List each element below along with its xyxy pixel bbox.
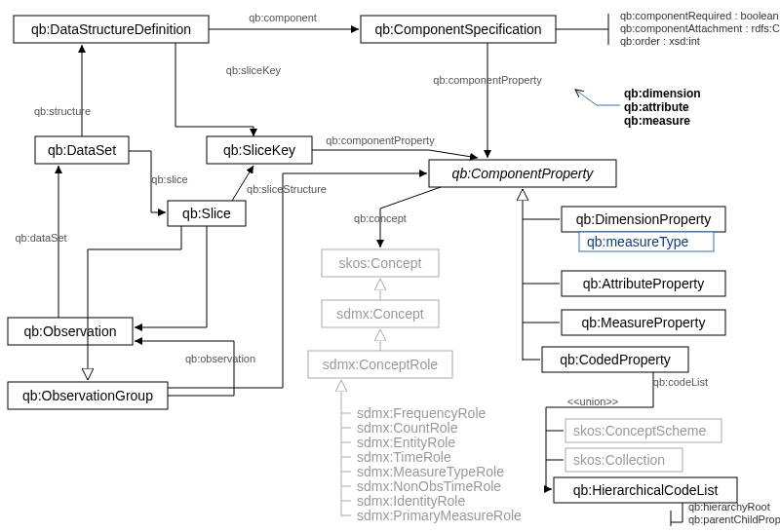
edge-dataset-label: qb:dataSet xyxy=(15,232,66,244)
class-measprop-label: qb:MeasureProperty xyxy=(582,315,706,330)
edge-compprop-1-label: qb:componentProperty xyxy=(433,74,542,86)
class-slice-label: qb:Slice xyxy=(182,206,231,221)
class-obsgroup-label: qb:ObservationGroup xyxy=(22,388,153,403)
class-skos-collection-label: skos:Collection xyxy=(573,452,665,468)
class-observation-label: qb:Observation xyxy=(24,323,117,339)
annotation-pointer xyxy=(575,90,620,105)
class-skos-conceptscheme-label: skos:ConceptScheme xyxy=(573,423,706,438)
class-compprop-label: qb:ComponentProperty xyxy=(452,166,595,181)
edge-structure-label: qb:structure xyxy=(34,105,91,117)
svg-text:sdmx:NonObsTimeRole: sdmx:NonObsTimeRole xyxy=(357,478,501,494)
edge-slice-label: qb:slice xyxy=(151,173,187,185)
annot-attribute: qb:attribute xyxy=(624,100,689,114)
class-sdmx-concept-label: sdmx:Concept xyxy=(336,306,424,322)
class-attrprop-label: qb:AttributeProperty xyxy=(583,276,705,291)
svg-text:sdmx:IdentityRole: sdmx:IdentityRole xyxy=(357,493,465,509)
edge-slicestructure-label: qb:sliceStructure xyxy=(247,183,327,195)
edge-component-label: qb:component xyxy=(249,12,317,23)
annot-dimension: qb:dimension xyxy=(624,87,701,100)
class-comp-spec-label: qb:ComponentSpecification xyxy=(374,21,541,37)
class-hcl-label: qb:HierarchicalCodeList xyxy=(573,482,719,498)
edge-slicekey-label: qb:sliceKey xyxy=(226,64,282,76)
class-skos-concept-label: skos:Concept xyxy=(339,255,422,271)
edge-observation-label: qb:observation xyxy=(185,353,255,364)
class-codedprop-label: qb:CodedProperty xyxy=(560,352,671,367)
class-slicekey-label: qb:SliceKey xyxy=(223,142,295,158)
class-dataset-label: qb:DataSet xyxy=(48,142,116,158)
svg-text:sdmx:TimeRole: sdmx:TimeRole xyxy=(357,449,451,465)
attr-comp-required: qb:componentRequired : boolean xyxy=(620,10,779,21)
svg-text:sdmx:FrequencyRole: sdmx:FrequencyRole xyxy=(357,405,486,421)
annot-measure: qb:measure xyxy=(624,114,690,128)
edge-compprop-2-label: qb:componentProperty xyxy=(326,134,435,146)
svg-text:sdmx:EntityRole: sdmx:EntityRole xyxy=(357,435,455,450)
attr-order: qb:order : xsd:int xyxy=(620,35,700,47)
edge-codelist-label: qb:codeList xyxy=(653,376,708,388)
svg-text:sdmx:PrimaryMeasureRole: sdmx:PrimaryMeasureRole xyxy=(357,508,522,523)
class-dimprop-label: qb:DimensionProperty xyxy=(576,211,712,227)
attr-hierarchyroot: qb:hierarchyRoot xyxy=(688,501,770,513)
edge-compprop-2 xyxy=(312,150,478,158)
edge-slicekey xyxy=(176,43,254,136)
svg-text:sdmx:MeasureTypeRole: sdmx:MeasureTypeRole xyxy=(357,464,504,479)
role-list: sdmx:FrequencyRole sdmx:CountRole sdmx:E… xyxy=(341,405,522,523)
class-sdmx-conceptrole-label: sdmx:ConceptRole xyxy=(323,357,438,372)
attr-comp-attachment: qb:componentAttachment : rdfs:Class xyxy=(620,22,780,34)
edge-concept-label: qb:concept xyxy=(354,212,407,224)
attr-parentchild: qb:parentChildProperty xyxy=(688,513,780,525)
union-label: <<union>> xyxy=(567,396,619,407)
edge-observation-slice xyxy=(135,226,207,327)
instance-measuretype-label: qb:measureType xyxy=(587,234,688,249)
svg-text:sdmx:CountRole: sdmx:CountRole xyxy=(357,420,458,436)
class-dsd-label: qb:DataStructureDefinition xyxy=(31,21,191,37)
gen-slice-obsgroup xyxy=(88,226,181,380)
